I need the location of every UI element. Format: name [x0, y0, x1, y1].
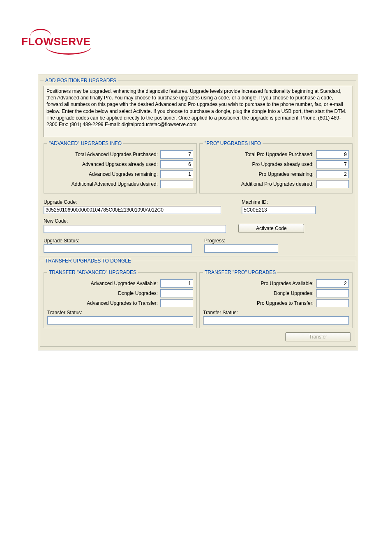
transfer-adv-status-value: [47, 316, 193, 325]
pro-used-value: 7: [316, 160, 349, 168]
transfer-upgrades-title: TRANSFER UPGRADES TO DONGLE: [44, 258, 133, 264]
advanced-upgrades-info-title: "ADVANCED" UPGRADES INFO: [47, 140, 123, 146]
pro-upgrades-info-title: "PRO" UPGRADES INFO: [203, 140, 263, 146]
transfer-pro-group: TRANSFER "PRO" UPGRADES Pro Upgrades Ava…: [199, 269, 353, 328]
advanced-used-label: Advanced Upgrades already used:: [47, 161, 160, 167]
pro-used-row: Pro Upgrades already used: 7: [203, 160, 349, 168]
pro-desired-input[interactable]: [316, 180, 349, 188]
transfer-pro-status-value: [203, 316, 349, 325]
advanced-purchased-row: Total Advanced Upgrades Purchased: 7: [47, 150, 193, 159]
transfer-adv-to-transfer-input[interactable]: [160, 299, 193, 307]
flowserve-logo: FLOWSERVE: [21, 29, 91, 53]
machine-id-value: 5C00E213: [242, 206, 316, 214]
pro-upgrades-info-group: "PRO" UPGRADES INFO Total Pro Upgrades P…: [199, 140, 353, 193]
transfer-pro-dongle-value: [316, 289, 349, 297]
advanced-desired-row: Additional Advanced Upgrades desired:: [47, 180, 193, 188]
transfer-pro-dongle-row: Dongle Upgrades:: [203, 289, 349, 297]
upgrade-code-label: Upgrade Code:: [44, 199, 221, 205]
pro-purchased-row: Total Pro Upgrades Purchased: 9: [203, 150, 349, 159]
transfer-adv-dongle-row: Dongle Upgrades:: [47, 289, 193, 297]
transfer-advanced-group: TRANSFER "ADVANCED" UPGRADES Advanced Up…: [44, 269, 197, 328]
upgrade-code-value: 30525010690000000104785C00E213001090A012…: [44, 206, 221, 214]
transfer-button[interactable]: Transfer: [285, 332, 351, 341]
logo-text: FLOWSERVE: [21, 35, 91, 48]
add-positioner-upgrades-title: ADD POSITIONER UPGRADES: [44, 78, 118, 83]
transfer-adv-to-transfer-label: Advanced Upgrades to Transfer:: [47, 300, 160, 306]
pro-remaining-value: 2: [316, 170, 349, 178]
new-code-input[interactable]: [44, 225, 226, 233]
transfer-pro-available-row: Pro Upgrades Available: 2: [203, 279, 349, 288]
upgrade-status-label: Upgrade Status:: [44, 238, 192, 244]
transfer-pro-available-label: Pro Upgrades Available:: [203, 281, 316, 286]
pro-purchased-value: 9: [316, 150, 349, 159]
advanced-remaining-label: Advanced Upgrades remaining:: [47, 171, 160, 177]
advanced-desired-input[interactable]: [160, 180, 193, 188]
pro-purchased-label: Total Pro Upgrades Purchased:: [203, 152, 316, 157]
pro-desired-row: Additional Pro Upgrades desired:: [203, 180, 349, 188]
advanced-remaining-row: Advanced Upgrades remaining: 1: [47, 170, 193, 178]
advanced-remaining-value: 1: [160, 170, 193, 178]
advanced-purchased-value: 7: [160, 150, 193, 159]
machine-id-label: Machine ID:: [242, 199, 353, 205]
transfer-upgrades-group: TRANSFER UPGRADES TO DONGLE TRANSFER "AD…: [40, 258, 356, 347]
advanced-desired-label: Additional Advanced Upgrades desired:: [47, 181, 160, 187]
transfer-adv-dongle-label: Dongle Upgrades:: [47, 290, 160, 296]
pro-used-label: Pro Upgrades already used:: [203, 161, 316, 167]
transfer-pro-title: TRANSFER "PRO" UPGRADES: [203, 269, 277, 275]
main-panel: ADD POSITIONER UPGRADES Positioners may …: [38, 74, 358, 350]
transfer-adv-available-row: Advanced Upgrades Available: 1: [47, 279, 193, 288]
add-positioner-upgrades-group: ADD POSITIONER UPGRADES Positioners may …: [40, 78, 356, 256]
transfer-adv-available-value: 1: [160, 279, 193, 288]
transfer-adv-status-label: Transfer Status:: [47, 310, 193, 315]
transfer-advanced-title: TRANSFER "ADVANCED" UPGRADES: [47, 269, 138, 275]
progress-value: [204, 244, 278, 253]
new-code-label: New Code:: [44, 218, 226, 224]
transfer-adv-available-label: Advanced Upgrades Available:: [47, 281, 160, 286]
transfer-adv-dongle-value: [160, 289, 193, 297]
advanced-used-row: Advanced Upgrades already used: 6: [47, 160, 193, 168]
transfer-pro-dongle-label: Dongle Upgrades:: [203, 290, 316, 296]
advanced-purchased-label: Total Advanced Upgrades Purchased:: [47, 152, 160, 157]
pro-remaining-label: Pro Upgrades remaining:: [203, 171, 316, 177]
activate-code-button[interactable]: Activate Code: [238, 224, 304, 233]
upgrade-description: Positioners may be upgraded, enhancing t…: [44, 86, 353, 137]
transfer-pro-status-label: Transfer Status:: [203, 310, 349, 315]
transfer-pro-to-transfer-label: Pro Upgrades to Transfer:: [203, 300, 316, 306]
progress-label: Progress:: [204, 238, 353, 244]
transfer-pro-to-transfer-input[interactable]: [316, 299, 349, 307]
advanced-upgrades-info-group: "ADVANCED" UPGRADES INFO Total Advanced …: [44, 140, 197, 193]
transfer-pro-to-transfer-row: Pro Upgrades to Transfer:: [203, 299, 349, 307]
pro-desired-label: Additional Pro Upgrades desired:: [203, 181, 316, 187]
transfer-pro-available-value: 2: [316, 279, 349, 288]
transfer-adv-to-transfer-row: Advanced Upgrades to Transfer:: [47, 299, 193, 307]
advanced-used-value: 6: [160, 160, 193, 168]
upgrade-status-value: [44, 244, 192, 253]
pro-remaining-row: Pro Upgrades remaining: 2: [203, 170, 349, 178]
